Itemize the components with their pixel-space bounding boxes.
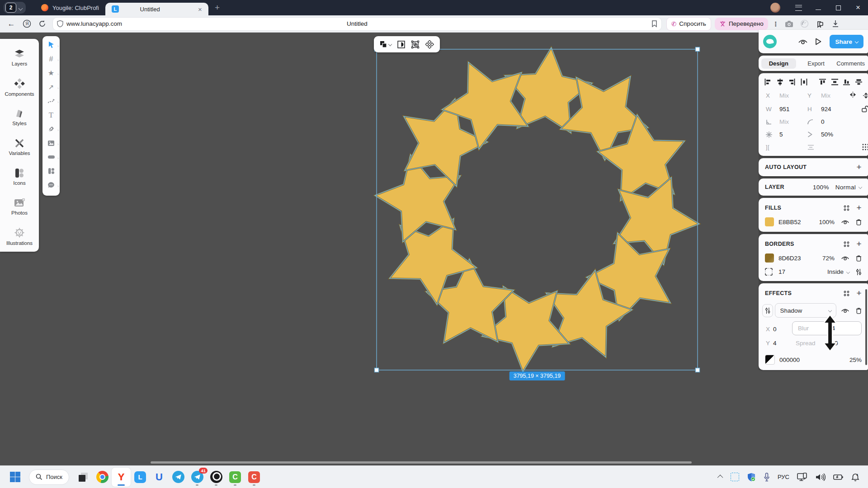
yandex-home-button[interactable]: Я (19, 18, 34, 30)
sidebar-item-styles[interactable]: Styles (0, 102, 39, 132)
arrow-tool[interactable]: ↗› (42, 80, 60, 94)
tray-overflow-chevron-icon[interactable] (717, 475, 723, 481)
language-indicator[interactable]: РУС (778, 474, 789, 480)
rotation-value[interactable]: Mix (779, 118, 807, 125)
align-center-horizontal-icon[interactable] (777, 79, 783, 85)
user-avatar[interactable] (763, 35, 777, 48)
border-width-row[interactable]: 17 Inside (759, 268, 868, 276)
delete-fill-trash-icon[interactable] (856, 219, 862, 225)
snip-tool-icon[interactable] (731, 473, 739, 481)
fill-color-hex[interactable]: E8BB52 (778, 219, 801, 225)
tool-flyout-chevron-icon[interactable]: › (57, 142, 59, 146)
shape-tool-star[interactable]: ★› (42, 66, 60, 80)
tab-untitled-active[interactable]: L Untitled × (105, 3, 208, 15)
toolbar-more-menu[interactable]: ⋮ (773, 20, 779, 28)
design-canvas[interactable] (0, 32, 868, 465)
browser-profile-avatar[interactable] (770, 3, 780, 13)
component-tool[interactable] (42, 164, 60, 178)
connector-tool[interactable]: › (42, 94, 60, 108)
align-left-icon[interactable] (764, 79, 771, 85)
layer-opacity[interactable]: 100% (813, 184, 829, 191)
shadow-opacity[interactable]: 25% (849, 357, 862, 363)
tab-count-badge[interactable]: 2 (5, 3, 16, 13)
volume-icon[interactable] (816, 473, 826, 481)
tab-export[interactable]: Export (799, 58, 834, 69)
shadow-color-row[interactable]: 000000 25% (759, 355, 868, 365)
window-restore-button[interactable] (828, 0, 848, 15)
ratio-value[interactable]: 50% (821, 131, 849, 138)
new-tab-button[interactable]: + (215, 3, 220, 13)
taskbar-search[interactable]: Поиск (29, 469, 69, 485)
taskbar-app-yougile[interactable]: U (150, 468, 169, 487)
align-top-icon[interactable] (819, 79, 826, 85)
play-prototype-icon[interactable] (815, 38, 821, 45)
address-bar[interactable]: www.lunacyapp.com Untitled (52, 17, 662, 31)
window-close-button[interactable]: × (848, 0, 868, 15)
tool-flyout-chevron-icon[interactable]: › (57, 58, 59, 62)
sidebar-item-components[interactable]: Components (0, 72, 39, 102)
start-button[interactable] (5, 468, 24, 487)
taskbar-app-obs[interactable] (207, 468, 226, 487)
tab-counter-chip[interactable]: 2 (4, 2, 26, 14)
align-bottom-icon[interactable] (843, 79, 850, 85)
performance-meter-button[interactable] (797, 18, 812, 30)
fill-color-swatch[interactable] (765, 217, 774, 226)
share-button[interactable]: Share (830, 35, 863, 48)
panel-scrollbar[interactable] (865, 289, 867, 365)
distribute-horizontal-icon[interactable] (801, 79, 807, 85)
border-color-swatch[interactable] (765, 253, 774, 263)
tool-flyout-chevron-icon[interactable]: › (57, 100, 59, 104)
tool-flyout-chevron-icon[interactable]: › (57, 72, 59, 76)
network-display-icon[interactable] (797, 473, 808, 482)
shadow-color-hex[interactable]: 000000 (779, 357, 800, 363)
fill-opacity[interactable]: 100% (819, 219, 835, 225)
battery-icon[interactable] (833, 474, 843, 480)
fill-visibility-eye-icon[interactable] (841, 219, 849, 225)
flip-horizontal-icon[interactable] (849, 92, 857, 98)
frame-tool[interactable]: #› (42, 52, 60, 66)
border-position-dropdown[interactable]: Inside (827, 268, 849, 275)
tab-close-icon[interactable]: × (198, 5, 202, 13)
align-right-icon[interactable] (788, 79, 795, 85)
spacing-icon[interactable] (807, 145, 814, 150)
delete-effect-trash-icon[interactable] (856, 307, 862, 314)
taskbar-app-recorder[interactable]: C (245, 468, 264, 487)
layout-grid-dots-icon[interactable] (862, 144, 868, 150)
boolean-ops-chevron-icon[interactable] (388, 42, 392, 46)
selection-handle[interactable] (375, 368, 379, 372)
text-tool[interactable]: T (42, 108, 60, 122)
screenshot-camera-button[interactable] (782, 18, 797, 30)
border-styles-icon[interactable] (844, 241, 849, 247)
selection-handle[interactable] (696, 47, 700, 52)
y-value[interactable]: Mix (821, 92, 849, 99)
notifications-bell-icon[interactable]: z (851, 473, 860, 482)
select-tool[interactable]: › (42, 38, 60, 52)
image-tool[interactable]: › (42, 136, 60, 150)
pen-tool[interactable]: › (42, 122, 60, 136)
taskbar-app-telegram[interactable] (169, 468, 188, 487)
distribute-vertical-icon[interactable] (831, 79, 838, 85)
translated-button[interactable]: Переведено (715, 18, 768, 30)
back-button[interactable]: ← (4, 18, 19, 30)
tab-comments[interactable]: Comments (833, 58, 868, 69)
collections-button[interactable] (812, 18, 828, 30)
fill-row[interactable]: E8BB52 100% (759, 217, 868, 226)
border-color-hex[interactable]: 8D6D23 (778, 255, 801, 262)
shadow-color-swatch[interactable] (765, 355, 775, 365)
tab-design[interactable]: Design (761, 58, 796, 69)
add-border-button[interactable]: + (857, 239, 862, 249)
mask-button[interactable] (397, 41, 405, 48)
align-middle-vertical-icon[interactable] (855, 79, 862, 85)
tool-flyout-chevron-icon[interactable]: › (57, 128, 59, 132)
padding-icon[interactable]: ][ (766, 144, 779, 150)
browser-menu-button[interactable] (788, 0, 808, 15)
refresh-button[interactable] (34, 18, 50, 30)
shadow-spread-value[interactable]: 0 (835, 340, 868, 347)
effect-styles-icon[interactable] (844, 291, 849, 296)
add-fill-button[interactable]: + (857, 203, 862, 213)
ask-ai-button[interactable]: ✆ Спросить (666, 17, 711, 31)
lock-ratio-icon[interactable] (861, 105, 868, 113)
sidebar-item-icons[interactable]: Icons (0, 162, 39, 192)
effect-settings-sliders-icon[interactable] (765, 307, 770, 314)
taskbar-app-yandex-browser-active[interactable]: Y (112, 468, 131, 487)
